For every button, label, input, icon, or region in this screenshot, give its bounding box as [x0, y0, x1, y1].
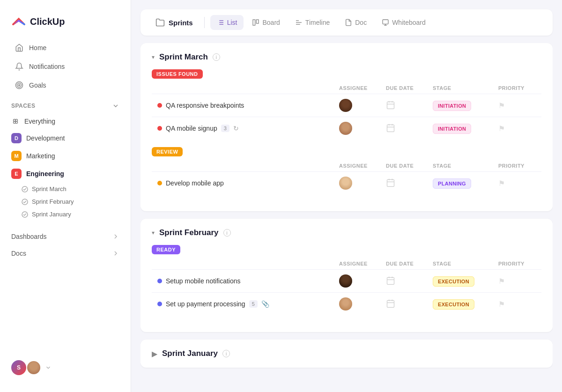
- svg-rect-16: [253, 20, 255, 25]
- top-nav: Sprints List Board Timeline Doc Whiteboa…: [140, 9, 553, 36]
- sprint-january-label: Sprint January: [32, 211, 71, 218]
- spaces-header: Spaces: [0, 95, 131, 113]
- sprint-january-title: Sprint January: [162, 349, 218, 358]
- sprint-february-title: Sprint February: [159, 228, 219, 237]
- task-stage: PLANNING: [433, 179, 498, 187]
- col-stage-3: STAGE: [433, 261, 498, 266]
- chevron-down-icon[interactable]: [112, 102, 119, 110]
- sidebar-item-development[interactable]: D Development: [0, 129, 131, 147]
- tab-board[interactable]: Board: [245, 15, 286, 30]
- nav-home[interactable]: Home: [4, 39, 127, 57]
- sprint-march-label: Sprint March: [32, 185, 67, 192]
- sprint-january-info[interactable]: i: [222, 350, 230, 357]
- stage-badge-2: INITIATION: [433, 124, 471, 134]
- assignee-avatar-3: [339, 177, 352, 190]
- flag-icon-3[interactable]: ⚑: [498, 179, 505, 187]
- task-row[interactable]: Set up payment processing 5 📎 EXECUTION: [152, 292, 541, 315]
- bell-icon: [15, 62, 23, 71]
- sprint-march-info[interactable]: i: [213, 53, 220, 61]
- nav-goals-label: Goals: [29, 81, 46, 89]
- sprint-january-toggle[interactable]: ▶: [152, 349, 157, 358]
- stage-badge-4: EXECUTION: [433, 276, 474, 287]
- everything-label: Everything: [24, 118, 55, 125]
- sidebar-item-everything[interactable]: Everything: [0, 113, 131, 129]
- stage-badge-5: EXECUTION: [433, 299, 474, 310]
- task-assignee: [339, 274, 386, 288]
- nav-notifications[interactable]: Notifications: [4, 58, 127, 75]
- chevron-down-user-icon: [45, 364, 52, 371]
- col-duedate-3: DUE DATE: [386, 261, 433, 266]
- svg-rect-30: [387, 179, 394, 186]
- sprint-february-toggle[interactable]: ▾: [152, 229, 155, 236]
- task-name: Setup mobile notifications: [157, 277, 339, 285]
- task-dot: [157, 103, 162, 108]
- svg-rect-22: [387, 102, 394, 109]
- attachment-icon: 📎: [261, 300, 269, 308]
- user-avatar-s: S: [11, 360, 26, 375]
- task-dot: [157, 126, 162, 131]
- task-duedate: [386, 123, 433, 134]
- flag-icon[interactable]: ⚑: [498, 102, 505, 110]
- task-dot: [157, 181, 162, 185]
- flag-icon-4[interactable]: ⚑: [498, 277, 505, 285]
- task-row[interactable]: Setup mobile notifications EXECUTION ⚑: [152, 269, 541, 292]
- refresh-icon[interactable]: ↻: [233, 125, 239, 132]
- target-icon: [15, 81, 23, 89]
- folder-label[interactable]: Sprints: [150, 14, 199, 31]
- task-assignee: [339, 297, 386, 311]
- chevron-right-icon-docs: [112, 250, 119, 257]
- ready-badge: READY: [152, 245, 180, 254]
- svg-rect-17: [257, 20, 259, 23]
- tab-list[interactable]: List: [210, 15, 244, 30]
- sidebar-sprint-february[interactable]: Sprint February: [0, 195, 131, 208]
- sprint-march-title: Sprint March: [159, 52, 208, 62]
- task-priority: ⚑: [498, 179, 536, 188]
- flag-icon-2[interactable]: ⚑: [498, 125, 505, 133]
- task-assignee: [339, 177, 386, 190]
- sidebar-sprint-march[interactable]: Sprint March: [0, 183, 131, 195]
- sidebar-item-marketing[interactable]: M Marketing: [0, 147, 131, 165]
- sprint-march-toggle[interactable]: ▾: [152, 54, 155, 60]
- task-duedate: [386, 100, 433, 111]
- review-badge: REVIEW: [152, 147, 183, 156]
- clickup-logo-icon: [11, 14, 26, 29]
- user-area[interactable]: S: [0, 353, 131, 383]
- task-table-header-feb: ASSIGNEE DUE DATE STAGE PRIORITY: [152, 258, 541, 269]
- sprint-february-info[interactable]: i: [223, 229, 231, 237]
- tab-list-label: List: [227, 19, 237, 26]
- nav-goals[interactable]: Goals: [4, 76, 127, 94]
- sidebar-docs[interactable]: Docs: [0, 245, 131, 262]
- task-stage: EXECUTION: [433, 277, 498, 285]
- task-stage: INITIATION: [433, 102, 498, 109]
- task-row[interactable]: Develop mobile app PLANNING ⚑: [152, 171, 541, 194]
- sidebar-sprint-january[interactable]: Sprint January: [0, 208, 131, 221]
- task-row[interactable]: QA responsive breakpoints INITIATION ⚑: [152, 94, 541, 117]
- sidebar-dashboards[interactable]: Dashboards: [0, 228, 131, 245]
- folder-title: Sprints: [169, 19, 193, 27]
- task-dot: [157, 279, 162, 283]
- svg-rect-34: [387, 277, 394, 284]
- col-assignee-2: ASSIGNEE: [339, 163, 386, 169]
- tab-whiteboard[interactable]: Whiteboard: [375, 15, 432, 30]
- task-name: Set up payment processing 5 📎: [157, 300, 339, 308]
- review-group: REVIEW ASSIGNEE DUE DATE STAGE PRIORITY …: [152, 147, 541, 194]
- calendar-icon-4: [386, 276, 395, 285]
- nav-home-label: Home: [29, 44, 46, 52]
- user-avatar-img: [26, 360, 41, 375]
- task-count-2: 5: [249, 300, 258, 308]
- svg-rect-38: [387, 300, 394, 307]
- flag-icon-5[interactable]: ⚑: [498, 300, 505, 308]
- task-row[interactable]: QA mobile signup 3 ↻ INITIATION ⚑: [152, 117, 541, 140]
- main-content: Sprints List Board Timeline Doc Whiteboa…: [131, 0, 562, 392]
- sidebar-item-engineering[interactable]: E Engineering: [0, 165, 131, 183]
- tab-doc-label: Doc: [355, 19, 367, 26]
- task-duedate: [386, 178, 433, 189]
- svg-point-2: [19, 85, 20, 86]
- tab-timeline[interactable]: Timeline: [288, 15, 336, 30]
- marketing-label: Marketing: [26, 152, 55, 160]
- sprint-february-card: ▾ Sprint February i READY ASSIGNEE DUE D…: [140, 219, 553, 332]
- tab-doc[interactable]: Doc: [338, 15, 373, 30]
- task-assignee: [339, 99, 386, 112]
- engineering-badge: E: [11, 169, 22, 179]
- ready-group: READY ASSIGNEE DUE DATE STAGE PRIORITY S…: [152, 245, 541, 315]
